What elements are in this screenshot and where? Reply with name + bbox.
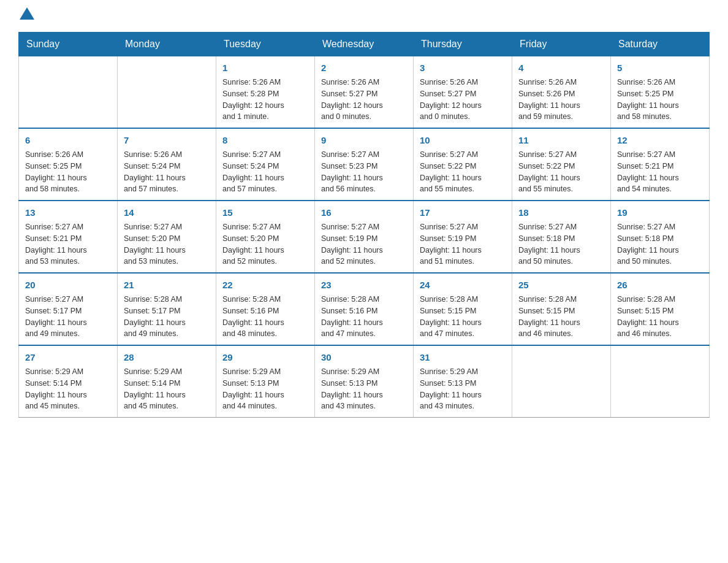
calendar-cell: 16Sunrise: 5:27 AMSunset: 5:19 PMDayligh… <box>315 201 414 273</box>
day-info: Sunrise: 5:26 AMSunset: 5:25 PMDaylight:… <box>617 77 703 123</box>
day-number: 18 <box>518 206 604 219</box>
calendar-table: SundayMondayTuesdayWednesdayThursdayFrid… <box>18 32 710 418</box>
day-number: 24 <box>420 278 506 291</box>
day-number: 21 <box>124 278 210 291</box>
calendar-cell: 13Sunrise: 5:27 AMSunset: 5:21 PMDayligh… <box>19 201 118 273</box>
col-header-friday: Friday <box>512 33 611 56</box>
logo <box>18 12 34 20</box>
calendar-cell: 20Sunrise: 5:27 AMSunset: 5:17 PMDayligh… <box>19 273 118 345</box>
calendar-cell: 8Sunrise: 5:27 AMSunset: 5:24 PMDaylight… <box>216 128 315 201</box>
calendar-cell: 5Sunrise: 5:26 AMSunset: 5:25 PMDaylight… <box>611 56 710 129</box>
calendar-cell: 4Sunrise: 5:26 AMSunset: 5:26 PMDaylight… <box>512 56 611 129</box>
day-number: 9 <box>321 134 407 147</box>
day-number: 1 <box>222 61 308 74</box>
day-number: 17 <box>420 206 506 219</box>
day-number: 3 <box>420 61 506 74</box>
calendar-cell: 7Sunrise: 5:26 AMSunset: 5:24 PMDaylight… <box>118 128 216 201</box>
col-header-thursday: Thursday <box>414 33 512 56</box>
day-number: 25 <box>518 278 604 291</box>
day-info: Sunrise: 5:29 AMSunset: 5:14 PMDaylight:… <box>25 366 111 412</box>
day-info: Sunrise: 5:27 AMSunset: 5:22 PMDaylight:… <box>518 149 604 195</box>
day-number: 10 <box>420 134 506 147</box>
day-info: Sunrise: 5:27 AMSunset: 5:19 PMDaylight:… <box>420 221 506 267</box>
col-header-tuesday: Tuesday <box>216 33 315 56</box>
day-info: Sunrise: 5:29 AMSunset: 5:13 PMDaylight:… <box>321 366 407 412</box>
calendar-cell: 15Sunrise: 5:27 AMSunset: 5:20 PMDayligh… <box>216 201 315 273</box>
calendar-cell: 25Sunrise: 5:28 AMSunset: 5:15 PMDayligh… <box>512 273 611 345</box>
day-number: 27 <box>25 351 111 364</box>
day-number: 13 <box>25 206 111 219</box>
day-info: Sunrise: 5:29 AMSunset: 5:13 PMDaylight:… <box>420 366 506 412</box>
calendar-header-row: SundayMondayTuesdayWednesdayThursdayFrid… <box>19 33 710 56</box>
day-number: 23 <box>321 278 407 291</box>
day-info: Sunrise: 5:29 AMSunset: 5:14 PMDaylight:… <box>124 366 210 412</box>
calendar-cell: 29Sunrise: 5:29 AMSunset: 5:13 PMDayligh… <box>216 345 315 418</box>
logo-combined <box>18 12 34 20</box>
day-number: 31 <box>420 351 506 364</box>
calendar-cell: 17Sunrise: 5:27 AMSunset: 5:19 PMDayligh… <box>414 201 512 273</box>
calendar-cell: 18Sunrise: 5:27 AMSunset: 5:18 PMDayligh… <box>512 201 611 273</box>
page-header <box>18 12 710 20</box>
day-info: Sunrise: 5:26 AMSunset: 5:25 PMDaylight:… <box>25 149 111 195</box>
calendar-cell: 11Sunrise: 5:27 AMSunset: 5:22 PMDayligh… <box>512 128 611 201</box>
calendar-cell: 10Sunrise: 5:27 AMSunset: 5:22 PMDayligh… <box>414 128 512 201</box>
day-info: Sunrise: 5:26 AMSunset: 5:26 PMDaylight:… <box>518 77 604 123</box>
calendar-cell: 21Sunrise: 5:28 AMSunset: 5:17 PMDayligh… <box>118 273 216 345</box>
day-info: Sunrise: 5:27 AMSunset: 5:20 PMDaylight:… <box>222 221 308 267</box>
calendar-cell: 14Sunrise: 5:27 AMSunset: 5:20 PMDayligh… <box>118 201 216 273</box>
day-info: Sunrise: 5:28 AMSunset: 5:17 PMDaylight:… <box>124 294 210 340</box>
day-number: 26 <box>617 278 703 291</box>
day-number: 29 <box>222 351 308 364</box>
calendar-cell: 28Sunrise: 5:29 AMSunset: 5:14 PMDayligh… <box>118 345 216 418</box>
day-number: 12 <box>617 134 703 147</box>
day-info: Sunrise: 5:29 AMSunset: 5:13 PMDaylight:… <box>222 366 308 412</box>
day-info: Sunrise: 5:28 AMSunset: 5:15 PMDaylight:… <box>617 294 703 340</box>
day-info: Sunrise: 5:26 AMSunset: 5:27 PMDaylight:… <box>321 77 407 123</box>
calendar-cell: 9Sunrise: 5:27 AMSunset: 5:23 PMDaylight… <box>315 128 414 201</box>
day-info: Sunrise: 5:27 AMSunset: 5:20 PMDaylight:… <box>124 221 210 267</box>
day-info: Sunrise: 5:27 AMSunset: 5:18 PMDaylight:… <box>617 221 703 267</box>
day-number: 15 <box>222 206 308 219</box>
logo-triangle-icon <box>20 7 34 20</box>
calendar-cell: 1Sunrise: 5:26 AMSunset: 5:28 PMDaylight… <box>216 56 315 129</box>
calendar-cell: 24Sunrise: 5:28 AMSunset: 5:15 PMDayligh… <box>414 273 512 345</box>
day-number: 22 <box>222 278 308 291</box>
calendar-week-row: 13Sunrise: 5:27 AMSunset: 5:21 PMDayligh… <box>19 201 710 273</box>
day-info: Sunrise: 5:27 AMSunset: 5:21 PMDaylight:… <box>25 221 111 267</box>
day-number: 20 <box>25 278 111 291</box>
day-number: 8 <box>222 134 308 147</box>
day-info: Sunrise: 5:27 AMSunset: 5:22 PMDaylight:… <box>420 149 506 195</box>
day-info: Sunrise: 5:26 AMSunset: 5:28 PMDaylight:… <box>222 77 308 123</box>
day-info: Sunrise: 5:26 AMSunset: 5:24 PMDaylight:… <box>124 149 210 195</box>
day-number: 2 <box>321 61 407 74</box>
col-header-sunday: Sunday <box>19 33 118 56</box>
calendar-cell: 23Sunrise: 5:28 AMSunset: 5:16 PMDayligh… <box>315 273 414 345</box>
calendar-cell <box>19 56 118 129</box>
calendar-cell: 12Sunrise: 5:27 AMSunset: 5:21 PMDayligh… <box>611 128 710 201</box>
day-number: 5 <box>617 61 703 74</box>
day-number: 6 <box>25 134 111 147</box>
calendar-week-row: 27Sunrise: 5:29 AMSunset: 5:14 PMDayligh… <box>19 345 710 418</box>
calendar-cell <box>512 345 611 418</box>
col-header-wednesday: Wednesday <box>315 33 414 56</box>
day-number: 14 <box>124 206 210 219</box>
day-info: Sunrise: 5:28 AMSunset: 5:15 PMDaylight:… <box>420 294 506 340</box>
col-header-saturday: Saturday <box>611 33 710 56</box>
calendar-cell: 19Sunrise: 5:27 AMSunset: 5:18 PMDayligh… <box>611 201 710 273</box>
day-info: Sunrise: 5:26 AMSunset: 5:27 PMDaylight:… <box>420 77 506 123</box>
calendar-cell: 22Sunrise: 5:28 AMSunset: 5:16 PMDayligh… <box>216 273 315 345</box>
day-info: Sunrise: 5:28 AMSunset: 5:16 PMDaylight:… <box>222 294 308 340</box>
day-info: Sunrise: 5:27 AMSunset: 5:23 PMDaylight:… <box>321 149 407 195</box>
calendar-cell: 27Sunrise: 5:29 AMSunset: 5:14 PMDayligh… <box>19 345 118 418</box>
day-number: 19 <box>617 206 703 219</box>
calendar-cell: 30Sunrise: 5:29 AMSunset: 5:13 PMDayligh… <box>315 345 414 418</box>
col-header-monday: Monday <box>118 33 216 56</box>
day-number: 28 <box>124 351 210 364</box>
calendar-cell: 31Sunrise: 5:29 AMSunset: 5:13 PMDayligh… <box>414 345 512 418</box>
day-info: Sunrise: 5:27 AMSunset: 5:17 PMDaylight:… <box>25 294 111 340</box>
calendar-cell: 2Sunrise: 5:26 AMSunset: 5:27 PMDaylight… <box>315 56 414 129</box>
calendar-cell <box>611 345 710 418</box>
calendar-week-row: 1Sunrise: 5:26 AMSunset: 5:28 PMDaylight… <box>19 56 710 129</box>
calendar-cell <box>118 56 216 129</box>
day-info: Sunrise: 5:27 AMSunset: 5:18 PMDaylight:… <box>518 221 604 267</box>
